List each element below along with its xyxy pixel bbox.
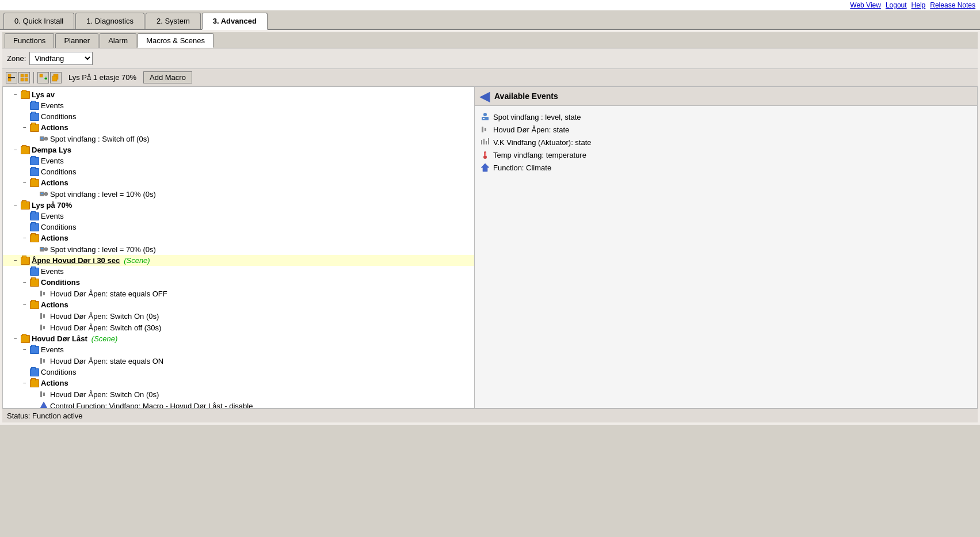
item-label: Actions bbox=[41, 379, 68, 387]
item-label: Lys på 70% bbox=[32, 201, 72, 210]
svg-marker-30 bbox=[40, 402, 48, 408]
svg-rect-1 bbox=[8, 74, 11, 77]
item-label: Conditions bbox=[41, 167, 76, 176]
device-icon bbox=[39, 134, 48, 143]
logout-link[interactable]: Logout bbox=[886, 1, 907, 9]
folder-icon bbox=[30, 301, 39, 309]
list-item[interactable]: Conditions bbox=[3, 166, 474, 177]
scene-label: (Scene) bbox=[124, 256, 150, 265]
list-item[interactable]: Hovud Dør Åpen: state equals ON bbox=[3, 355, 474, 367]
list-item[interactable]: Hovud Dør Åpen: Switch off (30s) bbox=[3, 322, 474, 333]
toolbar-btn-2[interactable] bbox=[18, 72, 30, 83]
help-link[interactable]: Help bbox=[912, 1, 926, 9]
tab-advanced[interactable]: 3. Advanced bbox=[202, 13, 268, 30]
list-item[interactable]: − Lys på 70% bbox=[3, 200, 474, 211]
folder-icon bbox=[21, 335, 30, 343]
add-macro-button[interactable]: Add Macro bbox=[143, 71, 192, 83]
svg-rect-27 bbox=[43, 359, 45, 363]
svg-rect-23 bbox=[43, 314, 45, 318]
list-item[interactable]: − Lys av bbox=[3, 89, 474, 100]
toolbar-add-btn[interactable]: + bbox=[37, 72, 49, 83]
tab-planner[interactable]: Planner bbox=[55, 33, 98, 48]
release-notes-link[interactable]: Release Notes bbox=[930, 1, 975, 9]
list-item[interactable]: − Dempa Lys bbox=[3, 144, 474, 155]
list-item[interactable]: − Actions bbox=[3, 177, 474, 188]
list-item[interactable]: − Actions bbox=[3, 299, 474, 310]
item-label: Conditions bbox=[41, 112, 76, 121]
item-label: Actions bbox=[41, 300, 68, 309]
svg-rect-39 bbox=[488, 138, 489, 144]
back-arrow-icon[interactable]: ◀ bbox=[479, 89, 490, 103]
scene-label: (Scene) bbox=[91, 334, 118, 343]
list-item[interactable]: Events bbox=[3, 100, 474, 111]
list-item[interactable]: Spot vindfang : level = 10% (0s) bbox=[3, 188, 474, 200]
list-item[interactable]: Hovud Dør Åpen: state bbox=[478, 123, 974, 136]
svg-point-19 bbox=[44, 247, 48, 251]
svg-rect-36 bbox=[481, 140, 482, 144]
list-item[interactable]: Conditions bbox=[3, 222, 474, 233]
toolbar-copy-btn[interactable] bbox=[50, 72, 62, 83]
tab-system[interactable]: 2. System bbox=[146, 13, 201, 29]
list-item[interactable]: Hovud Dør Åpen: Switch On (0s) bbox=[3, 389, 474, 400]
item-label: Hovud Dør Åpen: Switch On (0s) bbox=[50, 312, 159, 321]
tab-alarm[interactable]: Alarm bbox=[100, 33, 136, 48]
list-item[interactable]: Hovud Dør Åpen: state equals OFF bbox=[3, 288, 474, 299]
item-label: Hovud Dør Åpen: state equals ON bbox=[50, 357, 163, 365]
list-item[interactable]: Events bbox=[3, 155, 474, 166]
list-item[interactable]: − Actions bbox=[3, 122, 474, 133]
toolbar-btn-1[interactable] bbox=[6, 72, 17, 83]
folder-blue-icon bbox=[30, 113, 39, 121]
svg-rect-42 bbox=[485, 153, 486, 156]
zone-bar: Zone: Vindfang bbox=[2, 48, 978, 69]
svg-rect-10 bbox=[52, 76, 57, 81]
item-label: Conditions bbox=[41, 223, 76, 231]
item-label: Temp vindfang: temperature bbox=[493, 151, 586, 159]
item-label: Events bbox=[41, 267, 64, 276]
temp-icon bbox=[481, 150, 490, 159]
svg-rect-2 bbox=[8, 78, 11, 81]
list-item[interactable]: Spot vindfang : level, state bbox=[478, 111, 974, 123]
list-item[interactable]: − Actions bbox=[3, 378, 474, 389]
tab-quick-install[interactable]: 0. Quick Install bbox=[3, 13, 74, 29]
folder-icon bbox=[30, 279, 39, 287]
tree-panel[interactable]: − Lys av Events Conditions − Actions bbox=[3, 87, 475, 408]
tab-macros-scenes[interactable]: Macros & Scenes bbox=[138, 33, 213, 48]
toggle-icon: − bbox=[12, 92, 19, 98]
list-item[interactable]: Events bbox=[3, 211, 474, 222]
folder-icon bbox=[21, 201, 30, 210]
item-label: Spot vindfang : level = 10% (0s) bbox=[50, 190, 156, 199]
item-label: Events bbox=[41, 212, 64, 220]
folder-icon bbox=[30, 124, 39, 132]
list-item[interactable]: − Events bbox=[3, 344, 474, 355]
tab-functions[interactable]: Functions bbox=[5, 33, 54, 48]
list-item[interactable]: Function: Climate bbox=[478, 161, 974, 174]
item-label: Events bbox=[41, 345, 64, 354]
item-label: Function: Climate bbox=[493, 163, 551, 172]
list-item[interactable]: − Åpne Hovud Dør i 30 sec (Scene) bbox=[3, 255, 474, 266]
web-view-link[interactable]: Web View bbox=[850, 1, 881, 9]
list-item[interactable]: Spot vindfang : level = 70% (0s) bbox=[3, 243, 474, 255]
list-item[interactable]: Events bbox=[3, 266, 474, 277]
item-label: Events bbox=[41, 101, 64, 110]
list-item[interactable]: − Conditions bbox=[3, 277, 474, 288]
svg-rect-37 bbox=[483, 139, 485, 144]
item-label: Actions bbox=[41, 234, 68, 242]
function-house-icon bbox=[481, 163, 490, 172]
events-list: Spot vindfang : level, state Hovud Dør Å… bbox=[475, 106, 977, 178]
zone-select[interactable]: Vindfang bbox=[29, 52, 93, 65]
list-item[interactable]: Control Function: Vindfang: Macro - Hovu… bbox=[3, 400, 474, 408]
list-item[interactable]: − Actions bbox=[3, 233, 474, 243]
item-label: Control Function: Vindfang: Macro - Hovu… bbox=[50, 402, 253, 409]
list-item[interactable]: Conditions bbox=[3, 111, 474, 122]
folder-icon bbox=[21, 146, 30, 154]
list-item[interactable]: Hovud Dør Åpen: Switch On (0s) bbox=[3, 310, 474, 322]
list-item[interactable]: Temp vindfang: temperature bbox=[478, 148, 974, 161]
tab-diagnostics[interactable]: 1. Diagnostics bbox=[75, 13, 144, 29]
list-item[interactable]: Conditions bbox=[3, 367, 474, 378]
top-links: Web View Logout Help Release Notes bbox=[0, 0, 980, 10]
svg-rect-25 bbox=[43, 326, 45, 329]
item-label: Hovud Dør Åpen: state bbox=[493, 125, 569, 134]
list-item[interactable]: Spot vindfang : Switch off (0s) bbox=[3, 133, 474, 144]
list-item[interactable]: V.K Vindfang (Aktuator): state bbox=[478, 136, 974, 148]
list-item[interactable]: − Hovud Dør Låst (Scene) bbox=[3, 333, 474, 344]
